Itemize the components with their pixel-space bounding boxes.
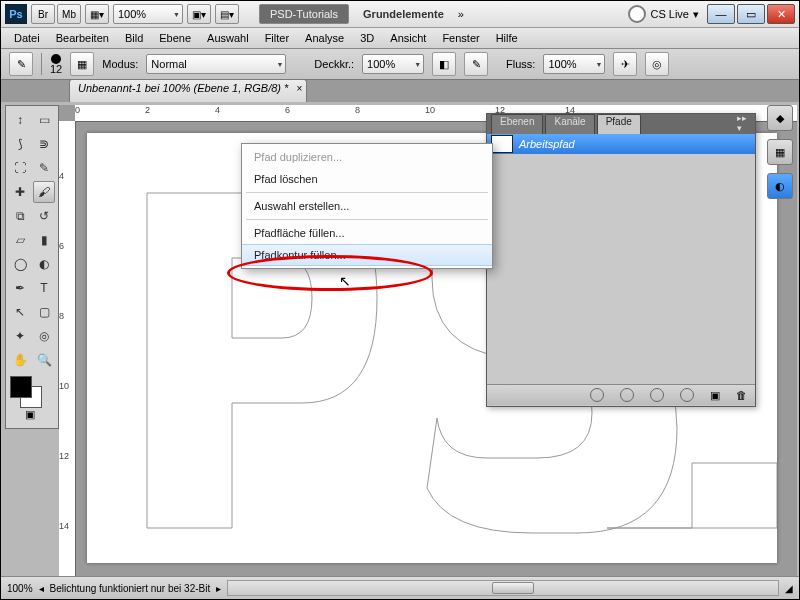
scrollbar-thumb[interactable] [492,582,534,594]
minimize-button[interactable]: — [707,4,735,24]
close-tab-icon[interactable]: × [297,83,303,94]
path-to-selection-icon[interactable] [650,388,664,402]
ruler-tick: 14 [59,521,69,531]
camera-tool[interactable]: ◎ [33,325,55,347]
status-zoom[interactable]: 100% [7,583,33,594]
status-arrow-right-icon[interactable]: ▸ [216,583,221,594]
tab-ebenen[interactable]: Ebenen [491,114,543,134]
tab-kanale[interactable]: Kanäle [545,114,594,134]
opacity-scrubber-icon[interactable]: ◧ [432,52,456,76]
panel-tabs: Ebenen Kanäle Pfade ▸▸ ▾ [487,114,755,134]
workspace-grundelemente[interactable]: Grundelemente [353,5,454,23]
color-panel-button[interactable]: ◆ [767,105,793,131]
resize-grip-icon[interactable]: ◢ [785,583,793,594]
ruler-tick: 10 [59,381,69,391]
swatches-panel-button[interactable]: ▦ [767,139,793,165]
minibridge-button[interactable]: Mb [57,4,81,24]
menu-analyse[interactable]: Analyse [298,30,351,46]
color-swatches[interactable] [8,376,50,406]
status-arrow-left-icon[interactable]: ◂ [39,583,44,594]
history-brush-tool[interactable]: ↺ [33,205,55,227]
selection-to-path-icon[interactable] [680,388,694,402]
new-path-icon[interactable]: ▣ [710,389,720,402]
tablet-pressure-size-icon[interactable]: ◎ [645,52,669,76]
panel-body: Arbeitspfad [487,134,755,384]
ruler-tick: 8 [355,105,360,115]
menu-ansicht[interactable]: Ansicht [383,30,433,46]
clone-stamp-tool[interactable]: ⧉ [9,205,31,227]
ctx-fill-path[interactable]: Pfadfläche füllen... [242,222,492,244]
rectangle-tool[interactable]: ▢ [33,301,55,323]
foreground-color-swatch[interactable] [10,376,32,398]
workspace-psd-tutorials[interactable]: PSD-Tutorials [259,4,349,24]
ruler-tick: 4 [59,171,64,181]
arrange-dropdown[interactable]: ▤▾ [215,4,239,24]
menu-hilfe[interactable]: Hilfe [489,30,525,46]
bridge-button[interactable]: Br [31,4,55,24]
pen-tool[interactable]: ✒ [9,277,31,299]
gradient-tool[interactable]: ▮ [33,229,55,251]
document-tab-bar: Unbenannt-1 bei 100% (Ebene 1, RGB/8) * … [1,80,799,102]
zoom-tool[interactable]: 🔍 [33,349,55,371]
eraser-tool[interactable]: ▱ [9,229,31,251]
move-tool[interactable]: ↕ [9,109,31,131]
tab-pfade[interactable]: Pfade [597,114,641,134]
menu-filter[interactable]: Filter [258,30,296,46]
cslive-dropdown-icon[interactable]: ▾ [693,8,699,21]
menu-datei[interactable]: Datei [7,30,47,46]
menu-ebene[interactable]: Ebene [152,30,198,46]
view-extras-dropdown[interactable]: ▦▾ [85,4,109,24]
ruler-tick: 2 [145,105,150,115]
opacity-value[interactable]: 100% [362,54,424,74]
horizontal-scrollbar[interactable] [227,580,779,596]
screen-mode-dropdown[interactable]: ▣▾ [187,4,211,24]
ctx-delete-path[interactable]: Pfad löschen [242,168,492,190]
ruler-tick: 6 [59,241,64,251]
hand-tool[interactable]: ✋ [9,349,31,371]
close-button[interactable]: ✕ [767,4,795,24]
menu-bearbeiten[interactable]: Bearbeiten [49,30,116,46]
cslive-label[interactable]: CS Live [650,8,689,20]
more-workspaces-icon[interactable]: » [458,8,464,20]
ruler-tick: 10 [425,105,435,115]
adjustments-panel-button[interactable]: ◐ [767,173,793,199]
brush-preview[interactable]: 12 [50,54,62,75]
quick-selection-tool[interactable]: ⋑ [33,133,55,155]
ctx-stroke-path[interactable]: Pfadkontur füllen... [242,244,492,266]
brush-tool[interactable]: 🖌 [33,181,55,203]
brush-size-value: 12 [50,64,62,75]
panel-menu-icon[interactable]: ▸▸ ▾ [737,116,753,130]
separator [41,53,42,75]
zoom-dropdown[interactable]: 100% [113,4,183,24]
rectangular-marquee-tool[interactable]: ▭ [33,109,55,131]
menu-fenster[interactable]: Fenster [435,30,486,46]
quickmask-toggle[interactable]: ▣ [8,408,52,426]
dodge-tool[interactable]: ◐ [33,253,55,275]
blend-mode-dropdown[interactable]: Normal [146,54,286,74]
document-tab[interactable]: Unbenannt-1 bei 100% (Ebene 1, RGB/8) * … [69,79,307,102]
flow-value[interactable]: 100% [543,54,605,74]
menu-3d[interactable]: 3D [353,30,381,46]
tool-preset-icon[interactable]: ✎ [9,52,33,76]
delete-path-icon[interactable]: 🗑 [736,389,747,401]
fill-path-icon[interactable] [590,388,604,402]
ctx-make-selection[interactable]: Auswahl erstellen... [242,195,492,217]
menu-bild[interactable]: Bild [118,30,150,46]
healing-brush-tool[interactable]: ✚ [9,181,31,203]
status-bar: 100% ◂ Belichtung funktioniert nur bei 3… [1,576,799,599]
tablet-pressure-opacity-icon[interactable]: ✎ [464,52,488,76]
stroke-path-icon[interactable] [620,388,634,402]
path-selection-tool[interactable]: ↖ [9,301,31,323]
blur-tool[interactable]: ◯ [9,253,31,275]
path-row-arbeitspfad[interactable]: Arbeitspfad [487,134,755,154]
type-tool[interactable]: T [33,277,55,299]
airbrush-icon[interactable]: ✈ [613,52,637,76]
eyedropper-tool[interactable]: ✎ [33,157,55,179]
3d-tool[interactable]: ✦ [9,325,31,347]
brush-panel-toggle[interactable]: ▦ [70,52,94,76]
menu-auswahl[interactable]: Auswahl [200,30,256,46]
maximize-button[interactable]: ▭ [737,4,765,24]
lasso-tool[interactable]: ⟆ [9,133,31,155]
crop-tool[interactable]: ⛶ [9,157,31,179]
ruler-tick: 4 [215,105,220,115]
